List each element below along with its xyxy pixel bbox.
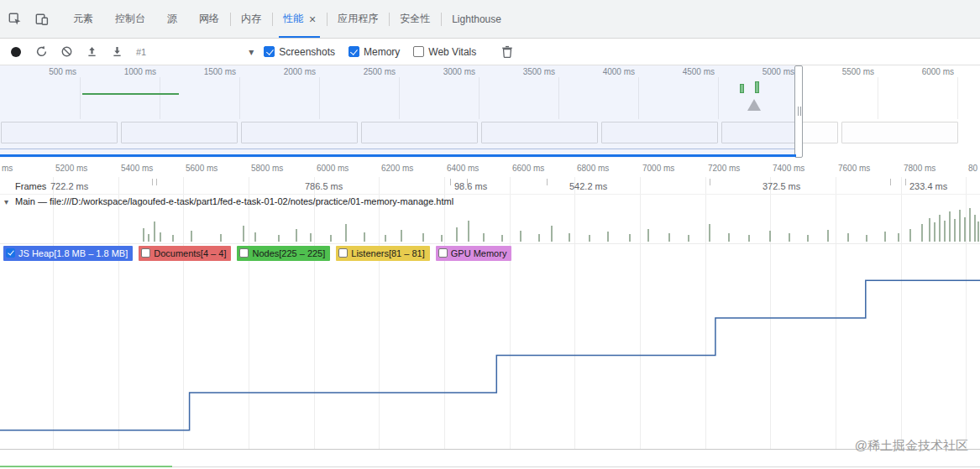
screenshots-checkbox[interactable]	[264, 46, 275, 57]
detail-tick-label: 7600 ms	[838, 164, 870, 173]
tab-console[interactable]: 控制台	[104, 0, 156, 38]
panel-tabs: 元素控制台源网络内存性能×应用程序安全性Lighthouse	[62, 0, 512, 38]
legend-gpu-memory[interactable]: GPU Memory	[436, 246, 512, 261]
legend-listeners[interactable]: Listeners[81 – 81]	[336, 246, 429, 261]
frame-boundary	[152, 179, 153, 185]
detail-tick-label: 5200 ms	[55, 164, 87, 173]
tab-label: 控制台	[115, 12, 145, 26]
timeline-overview[interactable]: 500 ms1000 ms1500 ms2000 ms2500 ms3000 m…	[0, 65, 980, 158]
activity-mark	[884, 232, 886, 242]
web-vitals-checkbox[interactable]	[413, 46, 424, 57]
overview-tick	[878, 77, 878, 119]
activity-mark	[949, 211, 951, 242]
activity-mark	[468, 221, 469, 242]
clear-recordings-button[interactable]	[55, 41, 77, 63]
detail-tick-label: 6000 ms	[317, 164, 349, 173]
load-profile-button[interactable]	[81, 41, 102, 63]
tab-elements[interactable]: 元素	[62, 0, 104, 38]
selection-bottom-line	[0, 154, 796, 157]
tab-network[interactable]: 网络	[188, 0, 230, 38]
activity-mark	[243, 226, 244, 242]
memory-checkbox[interactable]	[349, 46, 359, 57]
frame-boundary	[547, 179, 548, 185]
device-toolbar-icon[interactable]	[30, 8, 54, 31]
tab-application[interactable]: 应用程序	[327, 0, 389, 38]
timeline-detail: ms5200 ms5400 ms5600 ms5800 ms6000 ms620…	[0, 159, 980, 449]
checkbox-label: Memory	[364, 46, 400, 58]
overview-tick-label: 6000 ms	[905, 67, 954, 76]
delete-recording-button[interactable]	[496, 41, 518, 63]
close-tab-icon[interactable]: ×	[309, 13, 316, 25]
checkbox-screenshots[interactable]: Screenshots	[264, 46, 335, 58]
activity-mark	[551, 226, 553, 242]
frame-duration: 542.2 ms	[569, 181, 607, 191]
activity-mark	[921, 224, 923, 242]
tab-label: Lighthouse	[452, 13, 501, 25]
activity-mark	[160, 232, 161, 242]
legend-label: Listeners[81 – 81]	[351, 248, 424, 258]
activity-mark	[709, 224, 710, 242]
activity-mark	[847, 233, 849, 242]
detail-tick-label: 7000 ms	[642, 164, 674, 173]
tab-label: 源	[167, 12, 177, 26]
profile-label[interactable]: #1	[136, 47, 146, 57]
activity-mark	[278, 235, 280, 242]
activity-mark	[964, 217, 966, 242]
detail-tick-label: 6800 ms	[577, 164, 609, 173]
memory-legend: JS Heap[1.8 MB – 1.8 MB]Documents[4 – 4]…	[0, 243, 980, 262]
checkbox-web-vitals[interactable]: Web Vitals	[413, 46, 476, 58]
tab-memory[interactable]: 内存	[230, 0, 272, 38]
legend-js-heap[interactable]: JS Heap[1.8 MB – 1.8 MB]	[3, 246, 133, 261]
activity-mark	[807, 235, 809, 242]
activity-mark	[954, 219, 956, 242]
reload-and-record-button[interactable]	[30, 41, 52, 63]
save-profile-button[interactable]	[106, 41, 128, 63]
overview-selection[interactable]	[0, 65, 796, 158]
legend-nodes-checkbox[interactable]	[239, 248, 249, 258]
activity-mark	[220, 234, 222, 242]
devtools-tabbar: 元素控制台源网络内存性能×应用程序安全性Lighthouse	[0, 0, 980, 39]
memory-chart[interactable]	[0, 262, 980, 450]
record-button[interactable]	[5, 41, 27, 63]
tab-security[interactable]: 安全性	[389, 0, 441, 38]
activity-mark	[456, 227, 458, 242]
main-track[interactable]: ▾ Main — file:///D:/workspace/lagoufed-e…	[0, 195, 980, 243]
checkbox-memory[interactable]: Memory	[349, 46, 400, 58]
profile-dropdown-icon[interactable]: ▾	[249, 46, 254, 58]
selection-right-handle[interactable]	[794, 65, 803, 158]
detail-tick-label: 80	[968, 164, 977, 173]
legend-nodes[interactable]: Nodes[225 – 225]	[237, 246, 330, 261]
frames-track[interactable]: Frames 722.2 ms786.5 ms98.6 ms542.2 ms37…	[0, 179, 980, 195]
activity-mark	[172, 235, 174, 242]
activity-mark	[401, 230, 402, 242]
tab-label: 内存	[241, 12, 261, 26]
activity-mark	[569, 233, 570, 242]
activity-mark	[789, 233, 790, 242]
activity-mark	[345, 224, 347, 242]
tab-sources[interactable]: 源	[156, 0, 188, 38]
screenshot-thumb[interactable]	[841, 122, 958, 143]
legend-listeners-checkbox[interactable]	[338, 248, 348, 258]
detail-tick-label: 5800 ms	[251, 164, 283, 173]
legend-js-heap-checkbox[interactable]	[6, 248, 15, 258]
detail-tick-label: ms	[2, 164, 13, 173]
legend-gpu-memory-checkbox[interactable]	[438, 248, 448, 258]
bottom-green-line	[0, 466, 172, 467]
collapse-triangle-icon[interactable]: ▾	[4, 197, 8, 206]
record-icon	[11, 47, 21, 57]
activity-mark	[191, 231, 192, 242]
tab-performance[interactable]: 性能×	[272, 0, 327, 38]
legend-label: JS Heap[1.8 MB – 1.8 MB]	[18, 248, 128, 258]
tab-lighthouse[interactable]: Lighthouse	[441, 0, 512, 38]
legend-documents-checkbox[interactable]	[141, 248, 150, 258]
activity-mark	[974, 215, 976, 242]
activity-mark	[589, 235, 590, 242]
legend-documents[interactable]: Documents[4 – 4]	[139, 246, 231, 261]
js-heap-line	[0, 280, 980, 430]
activity-mark	[629, 234, 631, 242]
tab-label: 性能	[283, 12, 303, 26]
frame-duration: 722.2 ms	[50, 181, 88, 191]
js-heap-chart	[0, 262, 980, 449]
activity-mark	[441, 235, 443, 242]
inspect-icon[interactable]	[3, 8, 27, 31]
